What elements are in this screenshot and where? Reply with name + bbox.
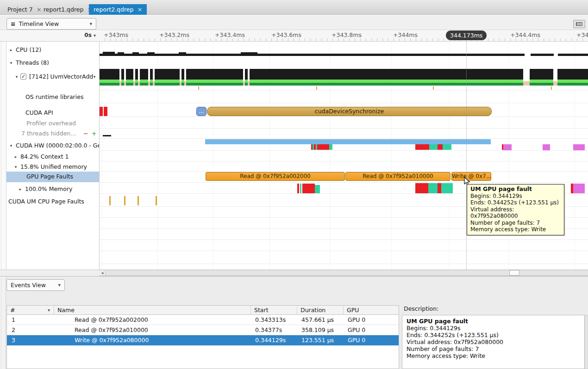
tooltip-line: Begins: 0.344129s [470, 193, 561, 200]
tab-report2-active[interactable]: report2.qdrep× [89, 4, 147, 15]
chevron-down-icon: ▾ [58, 280, 61, 290]
thread-gap [133, 68, 135, 86]
events-scroll-strip [0, 277, 6, 369]
hidden-thread-activity [103, 135, 111, 136]
column-header-start[interactable]: Start [250, 306, 297, 315]
events-view-dropdown[interactable]: Events View ▾ [6, 279, 65, 291]
ruler-origin-cell: 0s ▾ [0, 30, 100, 42]
page-fault-bar-read2[interactable]: Read @ 0x7f952a010000 [345, 172, 450, 181]
tooltip-title: UM GPU page fault [470, 186, 561, 193]
thread-gap [148, 68, 150, 86]
description-line: Virtual address: 0x7f952a080000 [407, 338, 580, 345]
description-panel: UM GPU page fault Begins: 0.344129s Ends… [402, 315, 585, 369]
tree-item-cuda-hw[interactable]: ▾ CUDA HW (0000:02:00.0 - GeF [6, 141, 100, 150]
event-row-1[interactable]: 1 Read @ 0x7f952a002000 0.343313s 457.66… [7, 315, 399, 325]
tab-label: report1.qdrep [44, 6, 83, 13]
tree-item-profiler-overhead[interactable]: Profiler overhead [6, 119, 100, 128]
description-scrollbar[interactable] [585, 315, 588, 369]
tree-item-cuda-api[interactable]: CUDA API [6, 108, 100, 117]
tab-label: report2.qdrep [94, 6, 133, 13]
plus-icon[interactable]: + [92, 129, 96, 138]
ruler-tick: +343.4ms [215, 31, 245, 38]
chevron-down-icon: ▾ [94, 33, 96, 38]
tab-report1[interactable]: report1.qdrep× [39, 4, 97, 15]
hover-tooltip: UM GPU page fault Begins: 0.344129s Ends… [467, 184, 564, 235]
time-cursor-line [466, 42, 467, 270]
timeline-row-tree: ▸ CPU (12) ▾ Threads (8) ▾ ✓ [7142] UvmV… [6, 42, 100, 270]
cuda-api-call[interactable] [100, 107, 103, 116]
chevron-right-icon[interactable]: ▸ [18, 184, 23, 194]
chevron-down-icon[interactable]: ▾ [92, 72, 97, 81]
tree-scroll-strip[interactable] [0, 42, 6, 270]
page-fault-bar-read1[interactable]: Read @ 0x7f952a002000 [206, 172, 345, 181]
timeline-origin-dropdown[interactable]: 0s ▾ [84, 32, 96, 38]
column-header-num[interactable]: # ▾ [7, 306, 54, 315]
tree-item-unified-memory[interactable]: ▾ 15.8% Unified memory [6, 162, 100, 172]
tree-item-threads[interactable]: ▾ Threads (8) [6, 58, 100, 68]
tab-bar: Project 7× report1.qdrep× report2.qdrep× [0, 0, 588, 15]
chevron-down-icon[interactable]: ▾ [14, 72, 19, 81]
tree-item-context1[interactable]: ▸ 84.2% Context 1 [6, 152, 100, 161]
description-label: Description: [404, 305, 438, 312]
thread-gap [184, 68, 186, 86]
thread-gap [553, 68, 557, 86]
scrollbar-spacer [0, 270, 100, 276]
thread-gap [124, 68, 126, 86]
scroll-left-arrow[interactable]: ◂ [100, 270, 106, 276]
tree-item-cuda-um-cpu-page-faults[interactable]: CUDA UM CPU Page Faults [6, 197, 100, 206]
description-line: Begins: 0.344129s [407, 325, 580, 332]
column-header-duration[interactable]: Duration [297, 306, 343, 315]
description-line: Ends: 0.344252s (+123.551 µs) [407, 332, 580, 338]
tree-item-cpu[interactable]: ▸ CPU (12) [6, 45, 100, 55]
tree-item-threads-hidden[interactable]: 7 threads hidden... − + [6, 129, 100, 138]
chevron-down-icon[interactable]: ▾ [8, 141, 14, 150]
kernel-bar[interactable] [205, 139, 491, 144]
sort-desc-icon: ▾ [48, 306, 50, 315]
tooltip-line: Ends: 0.344252s (+123.551 µs) [470, 199, 561, 206]
minus-icon[interactable]: − [83, 129, 88, 138]
keyboard-icon [576, 22, 582, 26]
chevron-right-icon[interactable]: ▸ [13, 152, 19, 161]
keyboard-shortcuts-button[interactable] [573, 20, 585, 28]
description-title: UM GPU page fault [407, 318, 580, 325]
collapsed-calls-badge[interactable]: ... [196, 107, 206, 116]
ruler-tick: +343.8ms [332, 31, 362, 38]
view-selector-label: Timeline View [19, 20, 59, 27]
cuda-api-call[interactable] [104, 107, 107, 116]
timeline-horizontal-scrollbar[interactable]: ◂ [100, 270, 588, 276]
thread-gap [243, 68, 245, 86]
chevron-right-icon[interactable]: ▸ [8, 45, 14, 55]
chevron-down-icon[interactable]: ▾ [13, 162, 19, 172]
timeline-canvas[interactable]: ... cudaDeviceSynchronize Read @ 0x7f952 [100, 42, 588, 270]
toolbar: ≡Timeline View ▾ [0, 15, 588, 30]
tooltip-line: Memory access type: Write [470, 226, 561, 233]
tooltip-line: Virtual address: 0x7f952a080000 [470, 206, 561, 220]
timeline-ruler[interactable]: +343ms +343.2ms +343.4ms +343.6ms +343.8… [100, 30, 588, 42]
chevron-down-icon: ▾ [89, 18, 92, 29]
column-header-gpu[interactable]: GPU [343, 306, 399, 315]
tab-label: Project 7 [7, 6, 33, 13]
thread-gap [523, 68, 530, 86]
tree-item-os-runtime[interactable]: OS runtime libraries [6, 92, 100, 102]
event-row-2[interactable]: 2 Read @ 0x7f952a010000 0.34377s 358.109… [7, 325, 399, 335]
view-selector-dropdown[interactable]: ≡Timeline View ▾ [6, 18, 96, 30]
cuda-device-synchronize-bar[interactable]: cudaDeviceSynchronize [207, 107, 492, 116]
ruler-tick: +343.2ms [159, 31, 189, 38]
ruler-tick: +344.6ms [576, 31, 588, 38]
chevron-down-icon[interactable]: ▾ [8, 58, 14, 68]
tree-item-memory[interactable]: ▸ 100.0% Memory [6, 184, 100, 194]
ruler-tick: +343ms [104, 31, 128, 38]
events-view-label: Events View [11, 282, 46, 289]
tree-item-gpu-page-faults[interactable]: GPU Page Faults [6, 172, 100, 181]
thread-gap [138, 68, 140, 86]
close-icon[interactable]: × [137, 6, 142, 13]
column-header-name[interactable]: Name [54, 306, 250, 315]
events-table-header: # ▾ Name Start Duration GPU [7, 306, 399, 315]
events-table: # ▾ Name Start Duration GPU 1 Read @ 0x7… [6, 305, 399, 369]
event-row-3-selected[interactable]: 3 Write @ 0x7f952a080000 0.344129s 123.5… [7, 335, 399, 345]
ruler-minor-ticks [100, 38, 588, 41]
thread-visibility-checkbox[interactable]: ✓ [20, 74, 26, 80]
ruler-tick: +343.6ms [271, 31, 301, 38]
tree-item-thread-7142[interactable]: ▾ ✓ [7142] UvmVectorAdd ▾ [6, 72, 100, 81]
scrollbar-thumb[interactable] [509, 270, 519, 276]
